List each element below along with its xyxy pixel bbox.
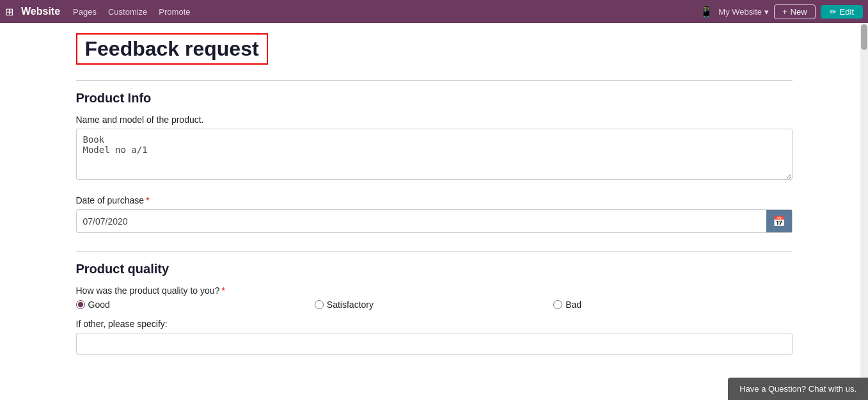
product-quality-title: Product quality [76,262,793,276]
divider-product-info [76,80,793,81]
required-marker-2: * [221,285,225,296]
section-product-quality: Product quality How was the product qual… [76,262,793,355]
navbar-right: 📱 My Website ▾ + New ✏ Edit [699,4,863,19]
radio-option-bad[interactable]: Bad [553,300,792,310]
new-button[interactable]: + New [774,4,816,19]
date-purchase-label: Date of purchase* [76,195,793,205]
divider-product-quality [76,251,793,252]
pencil-icon: ✏ [830,7,837,17]
field-quality-question: How was the product quality to you?* Goo… [76,285,793,355]
my-website-label[interactable]: My Website ▾ [718,7,769,17]
radio-bad[interactable] [553,300,562,309]
page-title: Feedback request [85,37,259,61]
main-content: Feedback request Product Info Name and m… [38,23,831,398]
field-name-model: Name and model of the product. Book Mode… [76,115,793,182]
calendar-button[interactable]: 📅 [766,210,792,232]
brand-label[interactable]: Website [21,6,60,17]
date-field-wrapper: 📅 [76,209,793,233]
other-specify-input[interactable] [76,333,793,355]
field-date-purchase: Date of purchase* 📅 [76,195,793,233]
scrollbar-thumb [861,24,867,50]
quality-radio-group: Good Satisfactory Bad [76,300,793,310]
navbar: ⊞ Website Pages Customize Promote 📱 My W… [0,0,868,23]
name-model-textarea[interactable]: Book Model no a/1 [76,129,793,180]
radio-option-good[interactable]: Good [76,300,315,310]
required-marker: * [146,195,149,205]
nav-pages[interactable]: Pages [73,7,97,17]
scrollbar[interactable] [860,23,868,398]
nav-links: Pages Customize Promote [73,7,691,17]
page-title-wrapper: Feedback request [76,33,268,65]
chevron-down-icon: ▾ [764,7,769,17]
chat-widget[interactable]: Have a Question? Chat with us. [728,378,868,398]
section-product-info: Product Info Name and model of the produ… [76,91,793,233]
other-specify-label: If other, please specify: [76,319,793,329]
nav-customize[interactable]: Customize [108,7,147,17]
grid-icon[interactable]: ⊞ [5,6,13,18]
name-model-label: Name and model of the product. [76,115,793,125]
calendar-icon: 📅 [773,215,785,227]
mobile-icon[interactable]: 📱 [699,4,713,19]
date-input[interactable] [77,211,766,232]
plus-icon: + [782,7,787,17]
radio-satisfactory[interactable] [315,300,324,309]
radio-option-satisfactory[interactable]: Satisfactory [315,300,553,310]
product-info-title: Product Info [76,91,793,106]
edit-button[interactable]: ✏ Edit [821,5,863,19]
radio-good[interactable] [76,300,85,309]
nav-promote[interactable]: Promote [159,7,190,17]
quality-question-label: How was the product quality to you?* [76,285,793,296]
